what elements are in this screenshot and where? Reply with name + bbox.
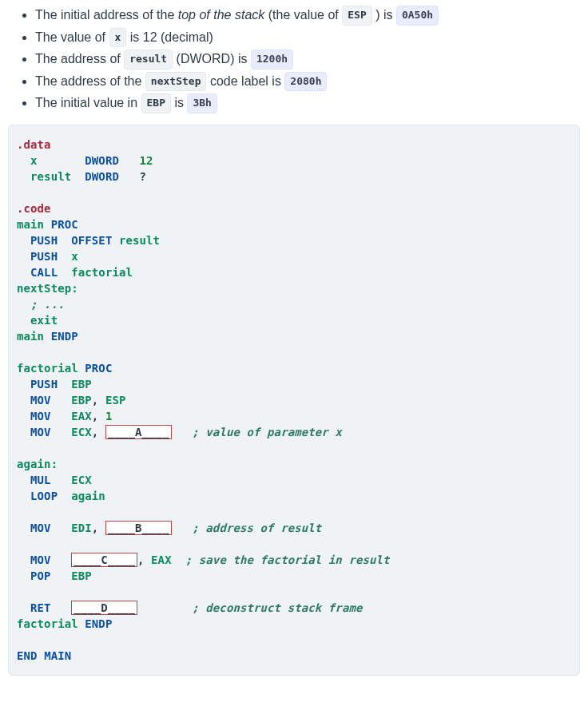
comment: ; deconstruct stack frame [192,601,362,614]
mnemonic: POP [30,569,51,582]
text: ) is [372,8,396,22]
mnemonic: CALL [30,266,58,279]
keyword: END [17,649,38,662]
label: nextStep: [17,282,78,295]
mnemonic: PUSH [30,378,58,391]
register: EDI [71,522,92,534]
number: 1 [105,410,113,422]
value-pill: 2080h [284,72,327,92]
punct: ? [140,170,147,183]
comment: ; value of parameter x [192,426,342,438]
blank-d[interactable]: ____D____ [71,601,137,615]
keyword: ENDP [51,330,78,343]
list-item: The value of x is 12 (decimal) [35,28,580,48]
label: again: [17,458,58,470]
mnemonic: MOV [30,394,51,407]
text: code label is [206,74,284,88]
comment: ; address of result [192,522,321,534]
register: EBP [71,569,92,582]
comment: ; save the factorial in result [185,553,390,566]
mnemonic: MUL [30,474,51,486]
blank-b[interactable]: ____B____ [105,521,172,535]
text: The address of the [35,74,145,88]
register: ECX [71,474,92,486]
value-pill: 1200h [251,50,293,69]
list-item: The initial value in EBP is 3Bh [35,93,580,113]
list-item: The initial address of the top of the st… [35,6,580,26]
code-pill: result [124,50,173,69]
text: The initial address of the [35,8,178,22]
identifier: MAIN [44,649,71,662]
code-pill: x [109,28,127,48]
register: EBP [71,378,92,391]
blank-a[interactable]: ____A____ [105,425,172,439]
code-pill: ESP [342,6,371,26]
keyword: PROC [51,218,78,231]
identifier: factorial [71,266,133,279]
comment: ; ... [30,298,65,311]
keyword: OFFSET [71,234,112,247]
mnemonic: PUSH [30,234,58,247]
register: ECX [71,426,92,438]
identifier: result [30,170,71,183]
identifier: result [119,234,160,247]
identifier: factorial [17,617,78,630]
register: ESP [105,394,126,407]
directive: .data [17,138,51,151]
text: (the value of [264,8,342,22]
keyword: PROC [85,362,112,375]
text: The value of [35,30,109,44]
mnemonic: LOOP [30,490,58,502]
mnemonic: MOV [30,553,51,566]
mnemonic: RET [30,601,51,614]
identifier: exit [30,314,58,327]
identifier: x [71,250,78,263]
register: EAX [71,410,92,422]
value-pill: 0A50h [396,6,439,26]
mnemonic: MOV [30,410,51,422]
text: (DWORD) is [173,52,251,65]
mnemonic: PUSH [30,250,58,263]
number: 12 [140,154,153,167]
list-item: The address of the nextStep code label i… [35,72,580,92]
text: The address of [35,52,124,65]
identifier: factorial [17,362,78,375]
code-pill: nextStep [145,72,207,92]
blank-c[interactable]: ____C____ [71,553,137,567]
value-pill: 3Bh [187,93,217,113]
identifier: x [30,154,38,167]
directive: .code [17,202,51,215]
keyword: DWORD [85,154,119,167]
mnemonic: MOV [30,426,51,438]
keyword: ENDP [85,617,112,630]
bullet-list: The initial address of the top of the st… [8,6,580,113]
identifier: again [71,490,105,502]
text: is 12 (decimal) [126,30,213,44]
code-block: .data x DWORD 12 result DWORD ? .code ma… [8,125,580,676]
italic-text: top of the stack [178,8,265,22]
identifier: main [17,330,44,343]
mnemonic: MOV [30,522,51,534]
register: EAX [151,553,172,566]
text: is [171,96,187,109]
text: The initial value in [35,96,141,109]
identifier: main [17,218,44,231]
code-pill: EBP [141,93,171,113]
keyword: DWORD [85,170,119,183]
register: EBP [71,394,92,407]
list-item: The address of result (DWORD) is 1200h [35,50,580,69]
